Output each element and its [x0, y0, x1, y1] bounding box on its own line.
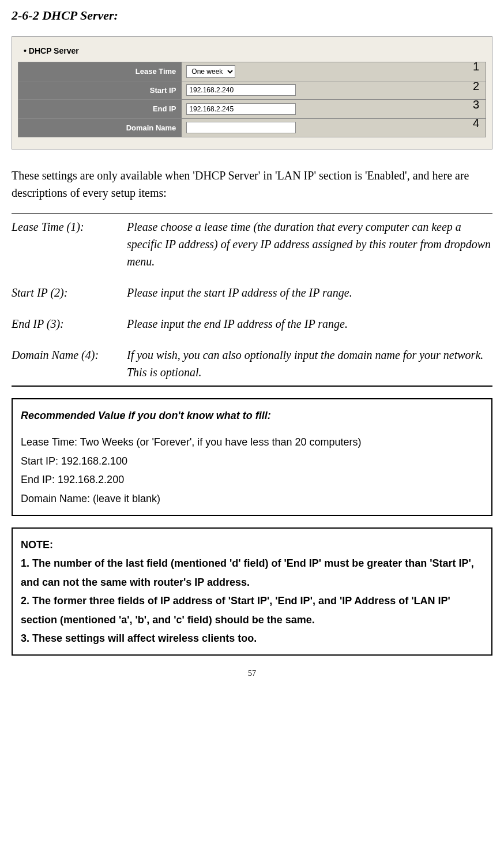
- label-lease-time: Lease Time: [18, 62, 182, 81]
- definition-list: Lease Time (1): Please choose a lease ti…: [12, 218, 492, 381]
- label-end-ip: End IP: [18, 100, 182, 119]
- note-line: 3. These settings will affect wireless c…: [21, 629, 483, 648]
- divider-heavy: [12, 386, 492, 387]
- note-box: NOTE: 1. The number of the last field (m…: [12, 527, 492, 656]
- def-desc: If you wish, you can also optionally inp…: [127, 346, 492, 381]
- callout-3: 3: [473, 96, 479, 113]
- start-ip-input[interactable]: [186, 84, 296, 96]
- field-end-ip: [182, 100, 486, 119]
- rec-line: Lease Time: Two Weeks (or 'Forever', if …: [21, 433, 483, 451]
- lease-time-select[interactable]: One week: [186, 65, 235, 78]
- rec-line: End IP: 192.168.2.200: [21, 470, 483, 489]
- def-term: Start IP (2):: [12, 284, 127, 301]
- end-ip-input[interactable]: [186, 103, 296, 115]
- callout-1: 1: [473, 58, 479, 75]
- config-table: Lease Time One week Start IP End IP Doma…: [18, 62, 486, 137]
- intro-paragraph: These settings are only available when '…: [12, 167, 492, 201]
- panel-title: DHCP Server: [18, 43, 486, 62]
- def-desc: Please input the end IP address of the I…: [127, 315, 492, 332]
- row-start-ip: Start IP: [18, 81, 486, 100]
- label-start-ip: Start IP: [18, 81, 182, 100]
- config-screenshot: DHCP Server Lease Time One week Start IP…: [12, 36, 492, 149]
- def-term: End IP (3):: [12, 315, 127, 332]
- rec-box-title: Recommended Value if you don't know what…: [21, 406, 483, 425]
- callout-4: 4: [473, 114, 479, 132]
- field-domain-name: [182, 118, 486, 137]
- divider: [12, 213, 492, 214]
- row-lease-time: Lease Time One week: [18, 62, 486, 81]
- note-box-title: NOTE:: [21, 536, 483, 554]
- rec-line: Start IP: 192.168.2.100: [21, 452, 483, 470]
- note-line: 1. The number of the last field (mention…: [21, 554, 483, 592]
- label-domain-name: Domain Name: [18, 118, 182, 137]
- row-end-ip: End IP: [18, 100, 486, 119]
- def-domain-name: Domain Name (4): If you wish, you can al…: [12, 346, 492, 381]
- def-end-ip: End IP (3): Please input the end IP addr…: [12, 315, 492, 332]
- field-lease-time: One week: [182, 62, 486, 81]
- note-line: 2. The former three fields of IP address…: [21, 592, 483, 629]
- page-number: 57: [12, 667, 492, 679]
- def-start-ip: Start IP (2): Please input the start IP …: [12, 284, 492, 301]
- callout-2: 2: [473, 77, 479, 95]
- def-term: Domain Name (4):: [12, 346, 127, 381]
- domain-name-input[interactable]: [186, 122, 296, 133]
- section-title: 2-6-2 DHCP Server:: [12, 6, 492, 25]
- def-desc: Please input the start IP address of the…: [127, 284, 492, 301]
- recommended-box: Recommended Value if you don't know what…: [12, 398, 492, 516]
- def-desc: Please choose a lease time (the duration…: [127, 218, 492, 270]
- def-term: Lease Time (1):: [12, 218, 127, 270]
- rec-line: Domain Name: (leave it blank): [21, 489, 483, 508]
- def-lease-time: Lease Time (1): Please choose a lease ti…: [12, 218, 492, 270]
- row-domain-name: Domain Name: [18, 118, 486, 137]
- field-start-ip: [182, 81, 486, 100]
